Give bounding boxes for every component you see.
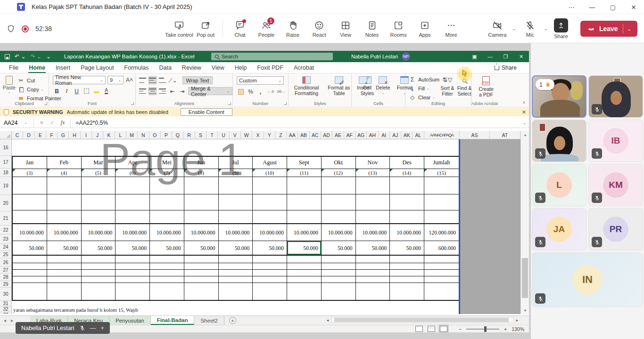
grid-cell-value[interactable]: 10.000.000 [150,224,184,241]
camera-options-chevron-icon[interactable]: ⌄ [510,26,519,31]
fill-color-icon[interactable] [92,87,100,95]
ribbon-tab[interactable]: Home [24,62,50,73]
grid-cell-value[interactable]: 50.000 [47,241,81,256]
row-header[interactable]: 26 [0,258,11,266]
initials-tile[interactable]: KM [588,164,643,206]
grid-cell-empty[interactable] [253,270,287,276]
vertical-scrollbar[interactable]: ▲ ▼ [520,131,529,314]
column-header[interactable]: X [252,131,264,139]
grid-cell-value[interactable]: 10.000.000 [116,224,149,241]
ribbon-tab[interactable]: Review [177,62,206,73]
column-header[interactable]: AD [321,131,332,139]
insert-function-icon[interactable]: fx [61,119,65,126]
row-header[interactable]: 27 [0,266,11,274]
grid-cell-value[interactable]: 50.000 [287,241,321,256]
grid-cell-empty[interactable] [47,177,81,194]
excel-search-box[interactable]: Search [211,53,333,60]
scroll-right-icon[interactable]: ▸ [514,318,520,323]
grid-cell-empty[interactable] [219,194,253,210]
horizontal-scroll-thumb[interactable] [334,318,509,322]
grid-cell-value[interactable]: 50.000 [219,241,253,256]
font-name-combo[interactable]: Times New Roman⌄ [53,76,106,84]
grid-cell-empty[interactable] [13,256,47,263]
undo-icon[interactable]: ↶ ⌄ [15,53,25,60]
column-header[interactable]: V [230,131,241,139]
scroll-up-icon[interactable]: ▲ [521,131,529,138]
percent-style-icon[interactable]: % [247,88,255,96]
grid-cell-empty[interactable] [356,177,390,194]
column-header[interactable]: AT [490,131,520,139]
grid-cell-month[interactable]: Jan [13,157,47,169]
page-break-view-icon[interactable] [440,326,447,332]
grid-cell-value[interactable]: 50.000 [82,241,116,256]
grid-cell-empty[interactable] [287,194,321,210]
people-button[interactable]: 1 People [253,16,280,42]
grid-cell-empty[interactable] [82,194,116,210]
grid-cell-colnum[interactable]: (12) [322,169,355,177]
grid-cell-month[interactable]: Jul [219,157,253,169]
grid-cell-empty[interactable] [47,270,81,276]
initials-tile[interactable]: IN [532,252,643,307]
grid-cell-empty[interactable] [390,283,424,295]
grid-cell-value[interactable]: 50.000 [13,241,47,256]
grid-cell-value[interactable]: 10.000.000 [390,224,424,241]
zoom-in-icon[interactable]: + [504,326,507,332]
grid-cell-empty[interactable] [219,256,253,263]
grid-cell-empty[interactable] [253,283,287,295]
name-box[interactable]: AA24 ⌄ [0,118,34,128]
grid-cell-empty[interactable] [184,283,218,295]
grid-cell-empty[interactable] [47,210,81,224]
cancel-entry-icon[interactable]: ✕ [40,120,43,125]
enable-content-button[interactable]: Enable Content [181,108,232,116]
row-header[interactable]: 24 [0,243,11,251]
grid-cell-month[interactable]: Jumlah [424,157,459,169]
chat-button[interactable]: Chat [227,16,253,42]
grid-cell-empty[interactable] [287,256,321,263]
grid-cell-empty[interactable] [116,276,149,283]
mic-button[interactable]: Mic [520,16,540,42]
window-close-button[interactable]: ✕ [623,0,644,14]
grid-cell-empty[interactable] [13,276,47,283]
grid-cell-empty[interactable] [82,263,116,270]
grid-cell-empty[interactable] [150,270,184,276]
formula-bar-expand-icon[interactable]: ⌄ [522,121,526,125]
row-header[interactable]: 22 [0,226,11,234]
grid-cell-empty[interactable] [82,283,116,295]
align-left-icon[interactable] [139,87,147,95]
grid-cell-empty[interactable] [287,276,321,283]
column-header[interactable]: I [81,131,92,139]
grid-cell-empty[interactable] [47,263,81,270]
grid-cell-month[interactable]: Sept [287,157,321,169]
column-header[interactable]: E [35,131,46,139]
spreadsheet-grid[interactable]: Page 1 161718192021222324252627282930313… [0,139,520,314]
grid-cell-value[interactable]: 10.000.000 [13,224,47,241]
row-header[interactable]: 16 [0,139,11,156]
sheet-tab[interactable]: Penyusutan [109,316,151,325]
column-header[interactable]: AE [332,131,344,139]
grid-cell-empty[interactable] [219,210,253,224]
column-header[interactable]: J [92,131,103,139]
grid-cell-empty[interactable] [356,194,390,210]
grid-cell-empty[interactable] [390,270,424,276]
collapse-ribbon-icon[interactable]: ˄ [523,100,525,105]
leave-options-chevron-icon[interactable]: ⌄ [623,26,636,32]
grid-cell-value[interactable]: 50.000 [116,241,149,256]
ribbon-tab[interactable]: Insert [50,62,75,73]
rooms-button[interactable]: Rooms [385,16,412,42]
share-screen-button[interactable]: Share [552,18,570,39]
vertical-scroll-thumb[interactable] [522,258,528,298]
grid-cell-empty[interactable] [82,177,116,194]
column-header[interactable]: K [103,131,115,139]
row-header[interactable]: 20 [0,195,11,211]
column-header[interactable]: M [126,131,138,139]
grid-cell-empty[interactable] [13,177,47,194]
grid-cell-empty[interactable] [424,210,459,224]
grid-cell-month[interactable]: Nov [356,157,390,169]
grid-cell-empty[interactable] [82,270,116,276]
font-dialog-launcher-icon[interactable] [131,102,134,105]
underline-button[interactable]: U [73,87,81,95]
column-header[interactable]: P [161,131,172,139]
number-dialog-launcher-icon[interactable] [284,102,287,105]
mic-options-chevron-icon[interactable]: ⌄ [542,26,550,31]
grid-cell-empty[interactable] [184,210,218,224]
